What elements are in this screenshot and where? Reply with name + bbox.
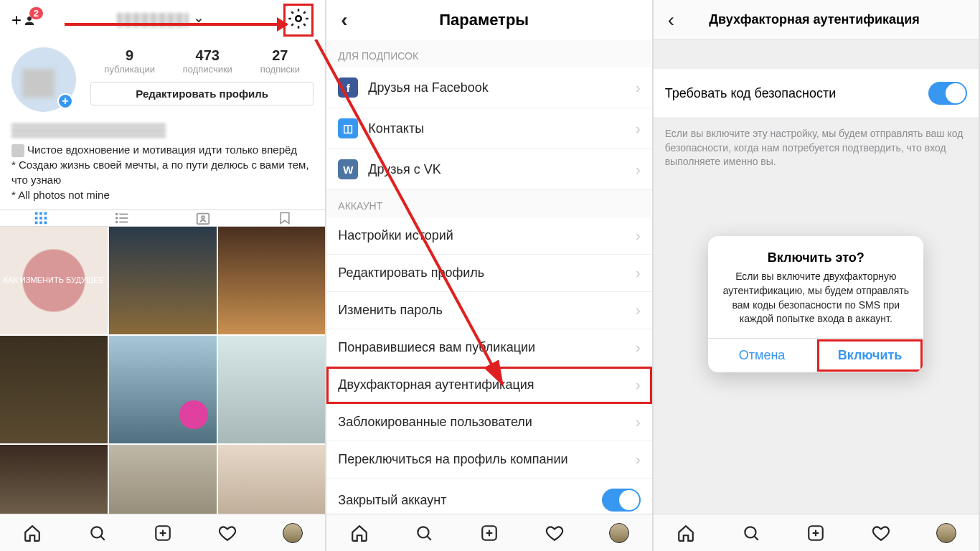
chevron-right-icon: › bbox=[636, 265, 641, 281]
svg-point-24 bbox=[418, 527, 429, 537]
search-tab[interactable] bbox=[65, 514, 131, 551]
saved-view-tab[interactable] bbox=[244, 210, 325, 226]
svg-rect-4 bbox=[44, 212, 47, 215]
row-vk-friends[interactable]: WДрузья с VK› bbox=[326, 149, 651, 190]
dialog-title: Включить это? bbox=[720, 250, 912, 265]
profile-tab[interactable] bbox=[587, 514, 652, 551]
row-liked-posts[interactable]: Понравившиеся вам публикации› bbox=[326, 329, 651, 367]
dialog-cancel-button[interactable]: Отмена bbox=[708, 339, 816, 372]
row-switch-business[interactable]: Переключиться на профиль компании› bbox=[326, 441, 651, 479]
screen-settings: ‹ Параметры ДЛЯ ПОДПИСОК fДрузья на Face… bbox=[326, 0, 653, 551]
svg-point-1 bbox=[296, 16, 302, 22]
facebook-icon: f bbox=[338, 77, 358, 98]
vk-icon: W bbox=[338, 159, 358, 179]
svg-rect-7 bbox=[44, 217, 47, 220]
grid-post[interactable]: КАК ИЗМЕНИТЬ БУДУЩЕЕ bbox=[0, 227, 108, 334]
grid-post[interactable] bbox=[218, 336, 326, 443]
add-tab[interactable] bbox=[783, 514, 849, 551]
add-tab[interactable] bbox=[457, 514, 522, 551]
screen-two-factor: ‹ Двухфакторная аутентификация Требовать… bbox=[654, 0, 980, 551]
search-icon bbox=[742, 524, 760, 542]
grid-post[interactable] bbox=[218, 227, 326, 334]
chevron-right-icon: › bbox=[636, 121, 641, 137]
row-contacts[interactable]: ◫Контакты› bbox=[326, 108, 651, 149]
dialog-enable-button[interactable]: Включить bbox=[816, 339, 924, 372]
profile-tab[interactable] bbox=[260, 514, 326, 551]
section-header-account: АККАУНТ bbox=[326, 190, 651, 217]
search-tab[interactable] bbox=[392, 514, 457, 551]
svg-rect-3 bbox=[39, 212, 42, 215]
private-toggle[interactable] bbox=[602, 489, 641, 512]
svg-point-15 bbox=[116, 217, 118, 219]
followers-stat[interactable]: 473подписчики bbox=[183, 47, 232, 75]
search-icon bbox=[415, 524, 433, 542]
home-tab[interactable] bbox=[0, 514, 65, 551]
back-button[interactable]: ‹ bbox=[335, 9, 353, 32]
row-change-password[interactable]: Изменить пароль› bbox=[326, 292, 651, 329]
svg-point-29 bbox=[745, 527, 755, 537]
dove-icon bbox=[11, 144, 24, 157]
settings-header: ‹ Параметры bbox=[326, 0, 651, 40]
row-two-factor-auth[interactable]: Двухфакторная аутентификация› bbox=[326, 367, 651, 404]
screen-profile: + 2 + 9публикации 473подписчики 27подпис… bbox=[0, 0, 326, 551]
chevron-right-icon: › bbox=[636, 80, 641, 96]
plus-square-icon bbox=[480, 524, 499, 542]
add-story-badge[interactable]: + bbox=[57, 93, 73, 109]
profile-info: + 9публикации 473подписчики 27подписки Р… bbox=[0, 40, 325, 116]
svg-point-14 bbox=[116, 214, 118, 215]
tutorial-arrow-1 bbox=[65, 23, 287, 26]
dialog-backdrop: Включить это? Если вы включите двухфакто… bbox=[654, 0, 979, 551]
settings-title: Параметры bbox=[354, 11, 615, 29]
svg-rect-9 bbox=[39, 222, 42, 225]
profile-tab[interactable] bbox=[913, 514, 979, 551]
row-facebook-friends[interactable]: fДрузья на Facebook› bbox=[326, 67, 651, 108]
posts-stat[interactable]: 9публикации bbox=[104, 47, 155, 75]
chevron-right-icon: › bbox=[636, 414, 641, 430]
svg-rect-10 bbox=[44, 222, 47, 225]
row-edit-profile[interactable]: Редактировать профиль› bbox=[326, 255, 651, 292]
home-tab[interactable] bbox=[326, 514, 392, 551]
svg-point-18 bbox=[202, 216, 204, 219]
enable-2fa-dialog: Включить это? Если вы включите двухфакто… bbox=[708, 236, 923, 372]
discover-badge: 2 bbox=[29, 7, 43, 19]
discover-people-button[interactable]: + 2 bbox=[11, 10, 37, 30]
activity-tab[interactable] bbox=[522, 514, 587, 551]
home-icon bbox=[677, 524, 695, 542]
row-blocked-users[interactable]: Заблокированные пользователи› bbox=[326, 404, 651, 441]
home-icon bbox=[350, 524, 369, 542]
chevron-right-icon: › bbox=[636, 451, 641, 468]
svg-line-30 bbox=[754, 536, 758, 540]
following-stat[interactable]: 27подписки bbox=[260, 47, 300, 75]
bottom-nav bbox=[654, 514, 979, 551]
posts-grid: КАК ИЗМЕНИТЬ БУДУЩЕЕ bbox=[0, 227, 325, 551]
tagged-view-tab[interactable] bbox=[163, 210, 244, 226]
activity-tab[interactable] bbox=[195, 514, 260, 551]
grid-view-tab[interactable] bbox=[0, 210, 81, 226]
profile-avatar[interactable]: + bbox=[11, 47, 76, 112]
svg-rect-2 bbox=[34, 212, 37, 215]
bio-line: * Создаю жизнь своей мечты, а по пути де… bbox=[11, 157, 314, 187]
list-view-tab[interactable] bbox=[81, 210, 162, 226]
search-tab[interactable] bbox=[718, 514, 783, 551]
chevron-right-icon: › bbox=[636, 161, 641, 178]
heart-icon bbox=[872, 524, 890, 542]
heart-icon bbox=[545, 524, 564, 542]
add-tab[interactable] bbox=[130, 514, 195, 551]
row-story-settings[interactable]: Настройки историй› bbox=[326, 217, 651, 255]
section-header-subscribe: ДЛЯ ПОДПИСОК bbox=[326, 40, 651, 67]
activity-tab[interactable] bbox=[849, 514, 914, 551]
plus-square-icon bbox=[806, 524, 825, 542]
grid-post[interactable] bbox=[109, 336, 217, 443]
contacts-icon: ◫ bbox=[338, 118, 358, 138]
chevron-right-icon: › bbox=[636, 302, 641, 319]
bottom-nav bbox=[0, 514, 325, 551]
svg-rect-5 bbox=[34, 217, 37, 220]
bio-line: * All photos not mine bbox=[11, 187, 314, 202]
grid-post[interactable] bbox=[109, 227, 217, 334]
home-tab[interactable] bbox=[654, 514, 719, 551]
chevron-right-icon: › bbox=[636, 377, 641, 393]
chevron-right-icon: › bbox=[636, 339, 641, 356]
profile-view-tabs bbox=[0, 209, 325, 227]
grid-post[interactable] bbox=[0, 336, 108, 443]
edit-profile-button[interactable]: Редактировать профиль bbox=[90, 82, 314, 105]
